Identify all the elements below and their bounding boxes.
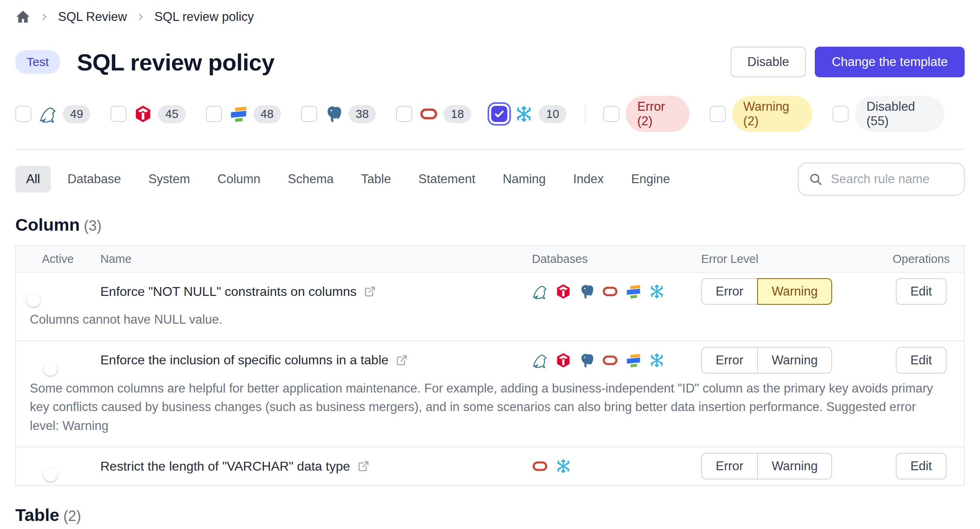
- sql-review-policy-page: SQL Review SQL review policy Test SQL re…: [0, 0, 980, 529]
- oracle-icon: [602, 352, 618, 368]
- error-filter-label[interactable]: Error (2): [626, 96, 689, 132]
- edit-button[interactable]: Edit: [896, 347, 946, 374]
- warning-level-filter[interactable]: Warning (2): [710, 96, 813, 132]
- external-link-icon[interactable]: [357, 460, 370, 472]
- level-error-button[interactable]: Error: [701, 347, 758, 374]
- breadcrumb: SQL Review SQL review policy: [15, 7, 965, 27]
- filter-bar: 49 45 48 38 18 10 Er: [15, 96, 965, 132]
- environment-badge: Test: [15, 50, 60, 74]
- engine-filter-tidb[interactable]: 45: [110, 105, 185, 123]
- tab-statement[interactable]: Statement: [407, 166, 486, 192]
- section-count: (2): [63, 508, 81, 524]
- rule-error-level: Error Warning: [701, 453, 878, 479]
- rule-name: Enforce "NOT NULL" constraints on column…: [100, 284, 357, 299]
- external-link-icon[interactable]: [364, 285, 376, 298]
- oracle-filter-checkbox[interactable]: [396, 106, 412, 122]
- engine-filter-mysql[interactable]: 49: [15, 105, 90, 123]
- oracle-icon: [532, 458, 548, 474]
- change-template-button[interactable]: Change the template: [815, 47, 965, 77]
- external-link-icon[interactable]: [396, 354, 408, 366]
- warning-filter-checkbox[interactable]: [710, 106, 726, 122]
- oceanbase-icon: [625, 352, 642, 368]
- search-input[interactable]: [830, 172, 954, 187]
- tidb-filter-checkbox[interactable]: [110, 106, 127, 122]
- edit-button[interactable]: Edit: [896, 278, 946, 305]
- rule-error-level: Error Warning: [701, 347, 878, 374]
- rule-description: Some common columns are helpful for bett…: [16, 379, 964, 447]
- tab-index[interactable]: Index: [562, 166, 615, 192]
- section-title-table: Table(2): [15, 505, 965, 525]
- tab-table[interactable]: Table: [350, 166, 402, 192]
- postgres-icon: [579, 283, 595, 300]
- rule-databases: [532, 352, 701, 368]
- disabled-filter-checkbox[interactable]: [833, 106, 849, 122]
- home-icon[interactable]: [15, 9, 31, 25]
- tab-system[interactable]: System: [137, 166, 201, 192]
- level-error-button[interactable]: Error: [701, 453, 758, 479]
- engine-filter-postgres[interactable]: 38: [301, 105, 376, 123]
- level-warning-button[interactable]: Warning: [757, 278, 832, 305]
- disabled-filter-label[interactable]: Disabled (55): [855, 96, 945, 132]
- tab-all[interactable]: All: [15, 166, 51, 192]
- postgres-icon: [579, 352, 595, 368]
- tab-naming[interactable]: Naming: [492, 166, 557, 192]
- oceanbase-filter-checkbox[interactable]: [206, 106, 222, 122]
- tidb-icon: [134, 105, 152, 123]
- snowflake-icon: [555, 458, 571, 474]
- rule-name: Restrict the length of "VARCHAR" data ty…: [100, 459, 350, 474]
- search-icon: [808, 172, 823, 186]
- header-name: Name: [100, 252, 532, 266]
- error-level-filter[interactable]: Error (2): [603, 96, 689, 132]
- snowflake-icon: [649, 352, 665, 368]
- header-actions: Disable Change the template: [731, 47, 965, 77]
- breadcrumb-current: SQL review policy: [154, 10, 254, 24]
- chevron-right-icon: [136, 12, 145, 22]
- level-warning-button[interactable]: Warning: [757, 347, 832, 374]
- rule-databases: [532, 458, 701, 474]
- page-header: Test SQL review policy Disable Change th…: [15, 47, 965, 77]
- tab-schema[interactable]: Schema: [277, 166, 345, 192]
- tab-engine[interactable]: Engine: [620, 166, 681, 192]
- rule-name: Enforce the inclusion of specific column…: [100, 353, 388, 368]
- tab-column[interactable]: Column: [207, 166, 272, 192]
- tidb-icon: [555, 352, 571, 368]
- error-filter-checkbox[interactable]: [603, 106, 619, 122]
- filter-divider: [585, 104, 586, 124]
- header-databases: Databases: [532, 252, 701, 266]
- disabled-level-filter[interactable]: Disabled (55): [833, 96, 945, 132]
- engine-filter-oracle[interactable]: 18: [396, 105, 471, 123]
- rule-error-level: Error Warning: [701, 278, 878, 305]
- mysql-icon: [532, 283, 548, 300]
- mysql-rule-count: 49: [63, 105, 90, 123]
- header-operations: Operations: [878, 252, 964, 266]
- tidb-icon: [555, 283, 571, 300]
- oceanbase-icon: [229, 105, 248, 123]
- postgres-filter-checkbox[interactable]: [301, 106, 317, 122]
- tab-database[interactable]: Database: [56, 166, 132, 192]
- level-error-button[interactable]: Error: [701, 278, 758, 305]
- breadcrumb-sql-review[interactable]: SQL Review: [58, 10, 127, 24]
- rule-databases: [532, 283, 701, 300]
- tabs-row: All Database System Column Schema Table …: [15, 163, 965, 196]
- header-error-level: Error Level: [701, 252, 878, 266]
- engine-filter-oceanbase[interactable]: 48: [206, 105, 281, 123]
- snowflake-icon: [515, 105, 533, 123]
- section-title-column: Column(3): [15, 215, 965, 235]
- edit-button[interactable]: Edit: [896, 453, 946, 479]
- oracle-rule-count: 18: [444, 105, 471, 123]
- column-rules-table: Active Name Databases Error Level Operat…: [15, 245, 965, 486]
- oracle-icon: [419, 105, 438, 123]
- mysql-filter-checkbox[interactable]: [15, 106, 31, 122]
- section-divider: [15, 149, 965, 150]
- engine-filter-snowflake[interactable]: 10: [491, 105, 566, 123]
- table-header-row: Active Name Databases Error Level Operat…: [16, 246, 964, 273]
- oracle-icon: [602, 283, 618, 300]
- warning-filter-label[interactable]: Warning (2): [732, 96, 813, 132]
- snowflake-filter-checkbox[interactable]: [491, 106, 507, 122]
- mysql-icon: [39, 105, 57, 123]
- chevron-right-icon: [39, 12, 49, 22]
- rule-row-specific-columns: Enforce the inclusion of specific column…: [16, 341, 964, 448]
- tidb-rule-count: 45: [158, 105, 185, 123]
- disable-button[interactable]: Disable: [731, 47, 806, 77]
- level-warning-button[interactable]: Warning: [757, 453, 832, 479]
